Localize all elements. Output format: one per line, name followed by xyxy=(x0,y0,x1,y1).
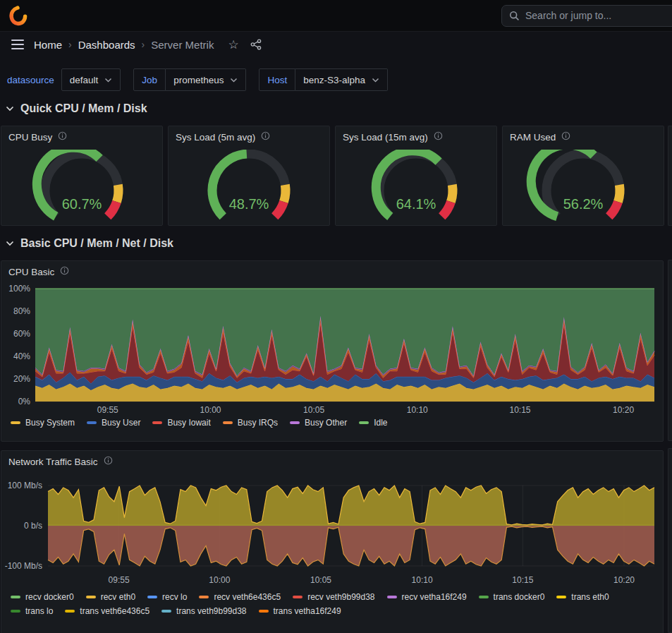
favorite-star-icon[interactable]: ☆ xyxy=(228,37,238,52)
panel-header[interactable]: CPU Basic xyxy=(1,261,663,277)
search-input[interactable]: Search or jump to... xyxy=(501,5,672,27)
legend-item[interactable]: Busy User xyxy=(87,418,140,428)
gauge-value: 48.7% xyxy=(169,196,329,212)
legend-swatch xyxy=(199,596,209,598)
dropdown-value: prometheus xyxy=(173,75,224,85)
svg-text:10:05: 10:05 xyxy=(303,405,324,415)
dashboard-variables-row: datasource default Job prometheus Host b… xyxy=(0,68,672,91)
legend-item[interactable]: trans veth6e436c5 xyxy=(65,606,149,616)
svg-text:10:10: 10:10 xyxy=(407,405,428,415)
panel-title: Sys Load (5m avg) xyxy=(176,132,255,143)
legend-label: trans eth0 xyxy=(571,592,609,602)
gauge-panels-row: CPU Busy 60.7% Sys Load (5m avg) 48.7% S… xyxy=(1,126,664,226)
search-placeholder: Search or jump to... xyxy=(525,10,611,21)
breadcrumb-current-dashboard: Server Metrik xyxy=(151,39,214,51)
legend-item[interactable]: recv eth0 xyxy=(86,592,135,602)
svg-text:60%: 60% xyxy=(13,329,30,339)
cpu-usage-chart[interactable]: 0%20%40%60%80%100%09:5510:0010:0510:1010… xyxy=(3,279,659,416)
legend-label: trans vetha16f249 xyxy=(274,606,341,616)
breadcrumb-separator: › xyxy=(142,39,145,50)
svg-text:10:00: 10:00 xyxy=(200,405,221,415)
legend-swatch xyxy=(359,421,369,424)
legend-item[interactable]: recv vetha16f249 xyxy=(387,592,467,602)
svg-text:10:20: 10:20 xyxy=(613,575,635,585)
svg-text:10:00: 10:00 xyxy=(209,575,230,585)
breadcrumb-bar: Home › Dashboards › Server Metrik ☆ xyxy=(0,32,672,57)
legend-swatch xyxy=(161,610,171,613)
job-dropdown[interactable]: prometheus xyxy=(166,68,246,91)
svg-text:0 b/s: 0 b/s xyxy=(24,521,42,531)
gauge-value: 60.7% xyxy=(1,196,162,212)
menu-toggle-icon[interactable] xyxy=(8,37,27,52)
panel-title: Network Traffic Basic xyxy=(8,457,98,467)
cut-off-panel xyxy=(668,448,672,633)
info-icon[interactable] xyxy=(58,131,67,143)
breadcrumb-home[interactable]: Home xyxy=(34,39,62,51)
panel-sys-load-15m: Sys Load (15m avg) 64.1% xyxy=(335,126,497,226)
variable-job: Job prometheus xyxy=(133,68,246,91)
legend-swatch xyxy=(87,421,97,424)
variable-datasource: datasource default xyxy=(6,68,121,91)
info-icon[interactable] xyxy=(561,131,570,143)
network-traffic-chart[interactable]: 100 Mb/s0 b/s-100 Mb/s09:5510:0010:0510:… xyxy=(3,469,659,590)
legend-item[interactable]: Busy System xyxy=(11,418,75,428)
svg-text:100%: 100% xyxy=(8,284,30,294)
legend-item[interactable]: Idle xyxy=(359,418,387,428)
legend-item[interactable]: Busy IRQs xyxy=(223,418,278,428)
panel-header[interactable]: Sys Load (15m avg) xyxy=(336,126,496,143)
breadcrumb-dashboards[interactable]: Dashboards xyxy=(78,39,135,51)
info-icon[interactable] xyxy=(261,131,270,143)
legend-item[interactable]: recv veth6e436c5 xyxy=(199,592,281,602)
svg-text:20%: 20% xyxy=(13,374,30,384)
dropdown-value: default xyxy=(70,75,99,85)
row-toggle-basic-cpu[interactable]: Basic CPU / Mem / Net / Disk xyxy=(6,235,672,252)
panel-header[interactable]: RAM Used xyxy=(503,126,664,143)
section-title: Quick CPU / Mem / Disk xyxy=(20,102,147,115)
legend-item[interactable]: trans eth0 xyxy=(556,592,609,602)
legend-swatch xyxy=(293,596,303,598)
legend-item[interactable]: recv lo xyxy=(147,592,187,602)
legend-swatch xyxy=(86,596,96,598)
legend-item[interactable]: Busy Iowait xyxy=(152,418,210,428)
row-toggle-quick-cpu[interactable]: Quick CPU / Mem / Disk xyxy=(6,100,672,117)
breadcrumb: Home › Dashboards › Server Metrik xyxy=(34,39,214,51)
svg-text:40%: 40% xyxy=(13,351,30,361)
info-icon[interactable] xyxy=(60,266,69,277)
datasource-dropdown[interactable]: default xyxy=(61,68,121,91)
gauge-value: 56.2% xyxy=(503,196,664,212)
panel-header[interactable]: Network Traffic Basic xyxy=(1,451,663,467)
breadcrumb-separator: › xyxy=(68,39,72,50)
legend-label: Idle xyxy=(374,418,387,428)
legend-item[interactable]: Busy Other xyxy=(290,418,347,428)
legend-item[interactable]: recv veth9b99d38 xyxy=(293,592,374,602)
legend-item[interactable]: recv docker0 xyxy=(11,592,74,602)
grafana-logo-icon[interactable] xyxy=(6,4,30,28)
gauge: 64.1% xyxy=(336,143,496,225)
legend-label: recv lo xyxy=(162,592,187,602)
legend-item[interactable]: trans lo xyxy=(11,606,53,616)
svg-text:10:10: 10:10 xyxy=(412,575,433,585)
gauge: 48.7% xyxy=(169,143,329,225)
cpu-chart-legend: Busy SystemBusy UserBusy IowaitBusy IRQs… xyxy=(1,416,663,428)
svg-text:10:15: 10:15 xyxy=(512,575,533,585)
panel-title: RAM Used xyxy=(510,132,556,143)
panel-title: CPU Busy xyxy=(8,132,52,143)
host-dropdown[interactable]: benz-S3-alpha xyxy=(295,68,388,91)
svg-text:09:55: 09:55 xyxy=(97,405,118,415)
search-icon xyxy=(509,11,520,21)
panel-header[interactable]: Sys Load (5m avg) xyxy=(169,126,329,143)
legend-item[interactable]: trans veth9b99d38 xyxy=(161,606,246,616)
legend-swatch xyxy=(147,596,157,598)
legend-item[interactable]: trans docker0 xyxy=(479,592,545,602)
chevron-down-icon xyxy=(6,106,14,111)
panel-sys-load-5m: Sys Load (5m avg) 48.7% xyxy=(168,126,330,226)
info-icon[interactable] xyxy=(104,456,113,467)
share-icon[interactable] xyxy=(250,39,262,50)
legend-item[interactable]: trans vetha16f249 xyxy=(259,606,341,616)
panel-header[interactable]: CPU Busy xyxy=(1,126,162,143)
legend-swatch xyxy=(11,596,20,598)
info-icon[interactable] xyxy=(434,131,443,143)
chevron-down-icon xyxy=(6,241,14,246)
dropdown-value: benz-S3-alpha xyxy=(303,75,365,85)
cut-off-panel xyxy=(668,260,672,441)
